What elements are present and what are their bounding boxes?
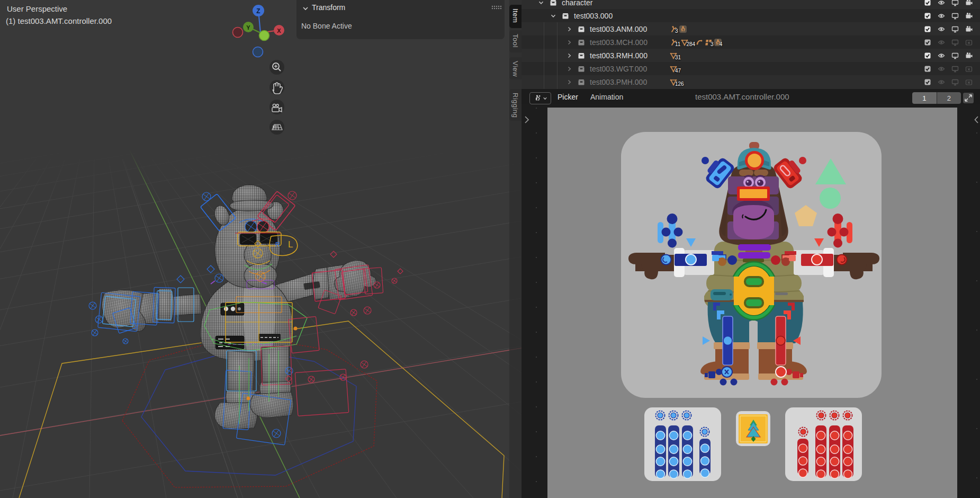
svg-text:L: L: [288, 239, 293, 250]
svg-text:Z: Z: [256, 7, 260, 15]
svg-text:Y: Y: [246, 24, 250, 31]
svg-text:R: R: [275, 241, 280, 248]
svg-text:X: X: [277, 28, 281, 34]
